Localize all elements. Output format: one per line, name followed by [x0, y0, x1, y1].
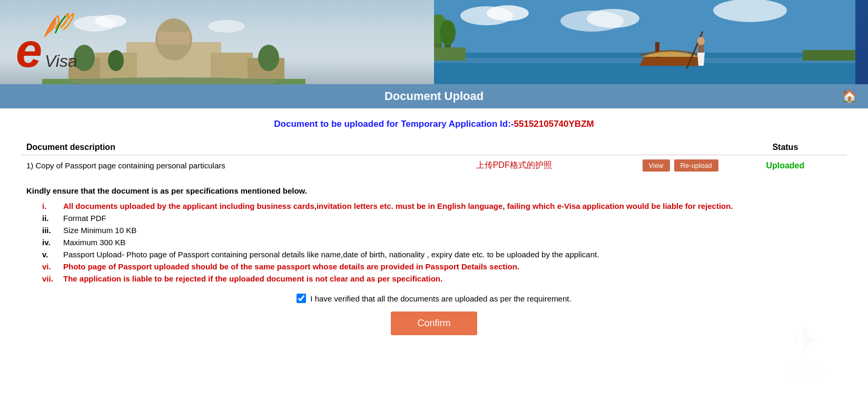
- spec-label-4: iv.: [42, 238, 63, 247]
- table-header-row: Document description Status: [21, 140, 847, 155]
- app-id-value: 55152105740YBZM: [514, 119, 594, 129]
- view-button[interactable]: View: [643, 159, 670, 172]
- building-svg: [42, 11, 305, 84]
- confirm-button[interactable]: Confirm: [391, 311, 477, 335]
- spec-label-7: vii.: [42, 274, 63, 283]
- svg-point-13: [95, 15, 126, 27]
- spec-text-6: Photo page of Passport uploaded should b…: [63, 262, 519, 271]
- spec-text-4: Maximum 300 KB: [63, 238, 125, 247]
- verification-checkbox[interactable]: [297, 294, 306, 303]
- col-action: [637, 140, 724, 155]
- spec-item-2: ii. Format PDF: [42, 214, 842, 223]
- chinese-note: 上传PDF格式的护照: [391, 155, 637, 176]
- spec-list: i. All documents uploaded by the applica…: [26, 202, 842, 283]
- spec-item-5: v. Passport Upload- Photo page of Passpo…: [42, 250, 842, 259]
- checkbox-area: I have verified that all the documents a…: [21, 294, 847, 303]
- spec-section: Kindly ensure that the document is as pe…: [21, 186, 847, 283]
- home-icon[interactable]: 🏠: [842, 89, 857, 104]
- header-bg-right: [434, 0, 868, 84]
- ensure-text: Kindly ensure that the document is as pe…: [26, 186, 842, 195]
- action-col: View Re-upload: [637, 155, 724, 176]
- document-table: Document description Status 1) Copy of P…: [21, 140, 847, 176]
- doc-description: 1) Copy of Passport page containing pers…: [21, 155, 391, 176]
- svg-point-30: [697, 37, 705, 45]
- app-id-line: Document to be uploaded for Temporary Ap…: [21, 119, 847, 129]
- confirm-area: Confirm: [21, 311, 847, 335]
- svg-rect-31: [434, 47, 466, 61]
- svg-point-8: [258, 45, 279, 71]
- spec-label-1: i.: [42, 202, 63, 210]
- spec-text-3: Size Minimum 10 KB: [63, 226, 136, 235]
- reupload-button[interactable]: Re-upload: [674, 159, 718, 172]
- page-header: e Visa: [0, 0, 868, 84]
- main-content: Document to be uploaded for Temporary Ap…: [0, 108, 868, 361]
- spec-item-3: iii. Size Minimum 10 KB: [42, 226, 842, 235]
- logo-e: e: [16, 32, 42, 69]
- page-title: Document Upload: [384, 89, 484, 103]
- app-id-prefix: Document to be uploaded for Temporary Ap…: [274, 119, 514, 129]
- boat-svg: [434, 0, 868, 84]
- title-bar: Document Upload 🏠: [0, 84, 868, 108]
- svg-rect-2: [158, 32, 190, 45]
- logo-container: e Visa: [16, 13, 82, 71]
- col-chinese-note: [391, 140, 637, 155]
- table-row: 1) Copy of Passport page containing pers…: [21, 155, 847, 176]
- spec-text-1: All documents uploaded by the applicant …: [63, 202, 733, 210]
- spec-item-6: vi. Photo page of Passport uploaded shou…: [42, 262, 842, 271]
- svg-point-17: [487, 5, 529, 21]
- spec-item-7: vii. The application is liable to be rej…: [42, 274, 842, 283]
- spec-label-3: iii.: [42, 226, 63, 235]
- header-background: [0, 0, 868, 84]
- svg-point-20: [713, 0, 787, 22]
- spec-label-2: ii.: [42, 214, 63, 223]
- spec-text-2: Format PDF: [63, 214, 106, 223]
- col-status: Status: [724, 140, 847, 155]
- upload-status: Uploaded: [724, 155, 847, 176]
- svg-rect-32: [803, 50, 855, 61]
- svg-point-24: [440, 20, 456, 45]
- spec-item-1: i. All documents uploaded by the applica…: [42, 202, 842, 210]
- checkbox-text: I have verified that all the documents a…: [310, 294, 571, 303]
- spec-text-5: Passport Upload- Photo page of Passport …: [63, 250, 599, 259]
- svg-point-9: [108, 50, 124, 71]
- spec-label-5: v.: [42, 250, 63, 259]
- spec-item-4: iv. Maximum 300 KB: [42, 238, 842, 247]
- verification-label[interactable]: I have verified that all the documents a…: [21, 294, 847, 303]
- col-document-description: Document description: [21, 140, 391, 155]
- spec-text-7: The application is liable to be rejected…: [63, 274, 442, 283]
- spec-label-6: vi.: [42, 262, 63, 271]
- svg-point-19: [587, 9, 639, 28]
- svg-point-14: [208, 20, 245, 33]
- logo-visa: Visa: [45, 52, 77, 71]
